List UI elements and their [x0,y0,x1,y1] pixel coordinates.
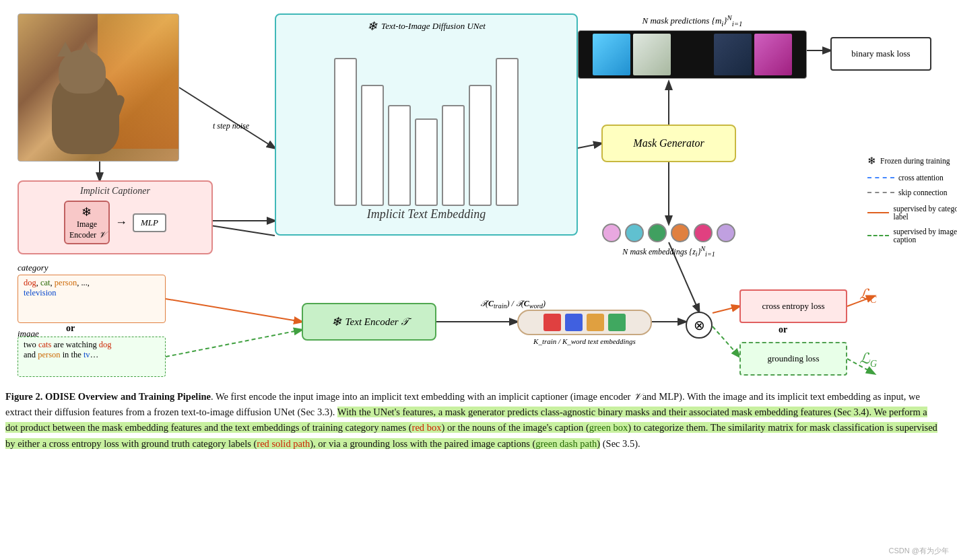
unet-columns [280,44,572,206]
unet-col-7 [496,58,519,206]
mask-predictions-area: N mask predictions {mi}Ni=1 [578,13,807,81]
caption-end: (Sec 3.5). [600,438,640,449]
cat-label-person: person [55,278,77,287]
emb-sq-4 [608,314,626,331]
caption-area: Figure 2. ODISE Overview and Training Pi… [5,389,942,452]
caption-text1: . We first encode the input image into a… [211,391,633,402]
unet-col-2 [361,85,384,206]
mask-pred-images [578,30,807,79]
or-losses: or [779,324,787,335]
emb-c-2 [625,223,644,242]
mask-img-4 [714,34,752,75]
mask-img-3 [673,34,711,75]
unet-col-3 [388,105,411,206]
legend-area: ❄ Frozen during training cross attention… [867,155,957,250]
cat-label-cat: cat [40,278,51,287]
svg-line-13 [713,306,739,313]
t-step-noise-label: t step noise [213,121,249,131]
mask-pred-title: N mask predictions {mi}Ni=1 [578,13,807,28]
grounding-loss-box: grounding loss [739,342,847,376]
implicit-captioner-title: Implicit Captioner [24,186,206,197]
tcal-label: 𝒯(Ctrain) / 𝒯(Cword) [480,299,546,310]
implicit-captioner-box: Implicit Captioner ❄ ImageEncoder 𝒱 → ML… [18,180,213,254]
mask-emb-label: N mask embeddings {zi}Ni=1 [585,245,753,258]
supervised-cat-line [867,212,889,213]
svg-line-14 [713,326,739,357]
unet-col-1 [334,58,357,206]
svg-line-8 [166,299,302,322]
emb-sq-2 [565,314,583,331]
snowflake-icon-text-enc: ❄ [331,314,341,329]
cross-entropy-loss-box: cross entropy loss [739,289,847,323]
emb-sq-1 [543,314,561,331]
supervised-cap-line [867,235,889,236]
loss-lg-label: ℒG [859,350,877,370]
cross-attn-line [867,177,894,178]
figure-label: Figure 2. [5,391,42,402]
legend-supervised-cat: supervised by category label [867,205,957,221]
otimes-symbol: ⊗ [686,312,713,339]
emb-squares [517,310,652,335]
cat-label-dog: dog [24,278,36,287]
image-caption-box: two cats are watching dog and person in … [18,337,166,377]
implicit-text-embedding-label: Implicit Text Embedding [275,207,578,221]
binary-mask-loss-box: binary mask loss [830,37,931,71]
legend-skip-conn: skip connection [867,188,957,197]
unet-col-mid [415,118,438,206]
cat-image [18,13,179,162]
or-divider: or [66,323,75,334]
mask-img-5 [754,34,792,75]
mask-embeddings-area: N mask embeddings {zi}Ni=1 [585,223,753,258]
skip-conn-line [867,192,894,193]
emb-c-3 [648,223,667,242]
red-solid-ref: red solid path [257,438,310,449]
image-encoder-box: ❄ ImageEncoder 𝒱 [64,201,110,244]
text-embeddings-area: K_train / K_word text embeddings [517,310,652,345]
text-emb-label: K_train / K_word text embeddings [517,337,652,345]
embedding-circles [585,223,753,242]
diagram-area: t step noise Implicit Captioner ❄ ImageE… [12,7,945,384]
emb-sq-3 [587,314,604,331]
svg-line-3 [179,88,275,148]
snowflake-icon-encoder: ❄ [81,205,92,219]
caption-paragraph: Figure 2. ODISE Overview and Training Pi… [5,389,942,452]
emb-c-1 [602,223,621,242]
svg-line-4 [578,143,601,148]
unet-box: ❄ Text-to-Image Diffusion UNet [275,13,578,236]
mlp-box: MLP [133,213,166,232]
caption-text: two cats are watching dog and person in … [24,340,112,359]
mask-generator-box: Mask Generator [601,125,736,162]
emb-c-5 [694,223,713,242]
legend-cross-attn: cross attention [867,174,957,182]
cat-label-tv: television [24,288,57,298]
legend-frozen: ❄ Frozen during training [867,155,957,167]
unet-col-6 [469,85,492,206]
arrow-encoder-mlp: → [115,215,127,230]
text-encoder-box: ❄ Text Encoder 𝒯 [302,303,436,341]
unet-col-5 [442,105,465,206]
caption-title: ODISE Overview and Training Pipeline [45,391,211,402]
unet-title: ❄ Text-to-Image Diffusion UNet [280,19,572,34]
v-symbol: 𝒱 [98,230,104,240]
mask-img-2 [633,34,671,75]
mask-img-1 [593,34,630,75]
green-dash-ref: green dash path [535,438,597,449]
snowflake-icon-legend: ❄ [867,155,876,167]
snowflake-icon-unet: ❄ [367,19,377,34]
legend-supervised-cap: supervised by image caption [867,228,957,244]
svg-line-9 [166,330,302,357]
green-box-ref: green box [589,422,628,433]
watermark: CSDN @有为少年 [889,546,949,556]
loss-lc-label: ℒC [859,286,876,306]
emb-c-4 [671,223,690,242]
main-container: t step noise Implicit Captioner ❄ ImageE… [0,0,957,560]
v-symbol-cap: 𝒱 [633,391,640,402]
category-labels-box: dog, cat, person, ..., television [18,275,166,323]
image-encoder-label: ImageEncoder [69,219,97,240]
emb-c-6 [717,223,735,242]
red-box-ref: red box [412,422,442,433]
